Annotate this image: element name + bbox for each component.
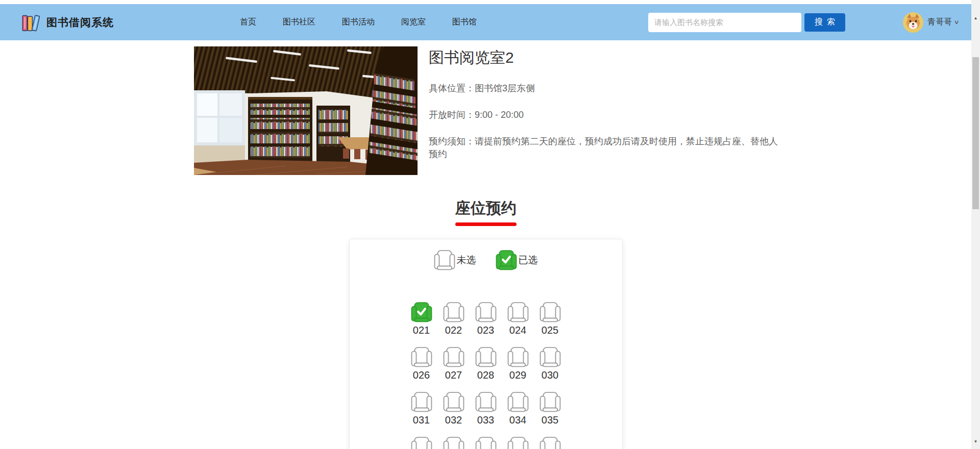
nav-item-home[interactable]: 首页 — [240, 17, 256, 28]
room-hours: 开放时间：9:00 - 20:00 — [429, 109, 781, 121]
seat-row: 031032033034035 — [350, 391, 622, 426]
seat-038-icon[interactable] — [475, 436, 497, 449]
seat-025-icon[interactable] — [540, 302, 561, 323]
seat-legend: 未选已选 — [350, 250, 622, 271]
main-nav: 首页图书社区图书活动阅览室图书馆 — [240, 17, 477, 28]
seat-cell-023: 023 — [475, 302, 497, 336]
seat-cell-022: 022 — [443, 302, 464, 336]
seat-cell-040: 040 — [540, 436, 561, 449]
seat-number: 021 — [411, 325, 432, 336]
seat-number: 023 — [475, 325, 497, 336]
heading-underline — [455, 222, 517, 226]
seat-031-icon[interactable] — [411, 391, 432, 413]
seat-037-icon[interactable] — [443, 436, 464, 449]
seat-number: 035 — [540, 414, 561, 426]
room-section: 图书阅览室2 具体位置：图书馆3层东侧 开放时间：9:00 - 20:00 预约… — [0, 40, 971, 175]
seat-026-icon[interactable] — [411, 346, 432, 368]
room-title: 图书阅览室2 — [429, 47, 786, 68]
seat-cell-021: 021 — [411, 302, 432, 336]
nav-item-reading-room[interactable]: 阅览室 — [401, 17, 426, 28]
seat-035-icon[interactable] — [540, 391, 561, 413]
user-menu[interactable]: 青哥哥 ∨ — [903, 12, 959, 33]
room-notice: 预约须知：请提前预约第二天的座位，预约成功后请及时使用，禁止违规占座、替他人预约 — [429, 135, 781, 161]
seat-021-selected-icon[interactable] — [411, 302, 432, 323]
scrollbar-thumb[interactable] — [972, 57, 979, 209]
seat-grid: 0210220230240250260270280290300310320330… — [350, 302, 622, 449]
seat-number: 034 — [507, 414, 529, 426]
seat-row: 026027028029030 — [350, 346, 622, 381]
legend-item-selected: 已选 — [496, 250, 538, 271]
legend-item-unselected: 未选 — [434, 250, 476, 271]
page: 图书借阅系统 首页图书社区图书活动阅览室图书馆 搜索 — [0, 0, 980, 449]
seat-cell-036: 036 — [411, 436, 432, 449]
room-location: 具体位置：图书馆3层东侧 — [429, 82, 781, 95]
avatar — [903, 12, 923, 33]
content: 图书借阅系统 首页图书社区图书活动阅览室图书馆 搜索 — [0, 0, 971, 449]
header: 图书借阅系统 首页图书社区图书活动阅览室图书馆 搜索 — [0, 4, 971, 40]
scroll-up-icon[interactable]: ▲ — [971, 14, 980, 21]
seat-034-icon[interactable] — [507, 391, 529, 413]
scroll-down-icon[interactable]: ▼ — [971, 438, 980, 445]
username: 青哥哥 — [927, 17, 952, 28]
seat-selected-icon — [496, 250, 517, 271]
seat-028-icon[interactable] — [475, 346, 497, 368]
seat-cell-027: 027 — [443, 346, 464, 381]
seat-cell-037: 037 — [443, 436, 464, 449]
nav-item-book-activities[interactable]: 图书活动 — [342, 17, 375, 28]
seat-number: 025 — [540, 325, 561, 336]
seat-row: 021022023024025 — [350, 302, 622, 336]
nav-item-book-community[interactable]: 图书社区 — [283, 17, 315, 28]
seat-cell-024: 024 — [507, 302, 529, 336]
seat-cell-029: 029 — [507, 346, 529, 381]
section-title: 座位预约 — [455, 198, 517, 219]
seat-029-icon[interactable] — [507, 346, 529, 368]
search-input[interactable] — [648, 13, 801, 32]
seat-cell-028: 028 — [475, 346, 497, 381]
seat-number: 028 — [475, 369, 497, 381]
seat-033-icon[interactable] — [475, 391, 497, 413]
seat-cell-033: 033 — [475, 391, 497, 426]
seat-cell-026: 026 — [411, 346, 432, 381]
legend-label: 未选 — [457, 254, 476, 267]
search-button[interactable]: 搜索 — [804, 13, 845, 32]
seat-cell-025: 025 — [540, 302, 561, 336]
seat-number: 032 — [443, 414, 464, 426]
seat-number: 030 — [540, 369, 561, 381]
seat-row: 036037038039040 — [350, 436, 622, 449]
seat-036-icon[interactable] — [411, 436, 432, 449]
seat-039-icon[interactable] — [507, 436, 529, 449]
scrollbar: ▲ ▼ — [971, 0, 980, 449]
seat-booking-card: 未选已选 02102202302402502602702802903003103… — [349, 239, 623, 449]
seat-number: 027 — [443, 369, 464, 381]
seat-023-icon[interactable] — [475, 302, 497, 323]
seat-number: 024 — [507, 325, 529, 336]
section-heading: 座位预约 — [0, 198, 971, 226]
room-photo — [194, 46, 418, 175]
seat-cell-039: 039 — [507, 436, 529, 449]
seat-number: 022 — [443, 325, 464, 336]
brand: 图书借阅系统 — [21, 12, 114, 33]
search-group: 搜索 — [648, 13, 845, 32]
seat-number: 031 — [411, 414, 432, 426]
seat-cell-038: 038 — [475, 436, 497, 449]
app-title: 图书借阅系统 — [46, 15, 114, 30]
seat-cell-035: 035 — [540, 391, 561, 426]
seat-cell-032: 032 — [443, 391, 464, 426]
room-info: 图书阅览室2 具体位置：图书馆3层东侧 开放时间：9:00 - 20:00 预约… — [429, 46, 786, 175]
top-gap — [0, 0, 971, 4]
books-logo-icon — [21, 12, 40, 33]
seat-030-icon[interactable] — [540, 346, 561, 368]
nav-item-library[interactable]: 图书馆 — [452, 17, 477, 28]
chevron-down-icon: ∨ — [953, 19, 959, 26]
seat-cell-034: 034 — [507, 391, 529, 426]
seat-number: 029 — [507, 369, 529, 381]
seat-cell-030: 030 — [540, 346, 561, 381]
seat-022-icon[interactable] — [443, 302, 464, 323]
seat-number: 033 — [475, 414, 497, 426]
seat-040-icon[interactable] — [540, 436, 561, 449]
seat-cell-031: 031 — [411, 391, 432, 426]
seat-027-icon[interactable] — [443, 346, 464, 368]
seat-024-icon[interactable] — [507, 302, 529, 323]
seat-unselected-icon — [434, 250, 455, 271]
seat-032-icon[interactable] — [443, 391, 464, 413]
